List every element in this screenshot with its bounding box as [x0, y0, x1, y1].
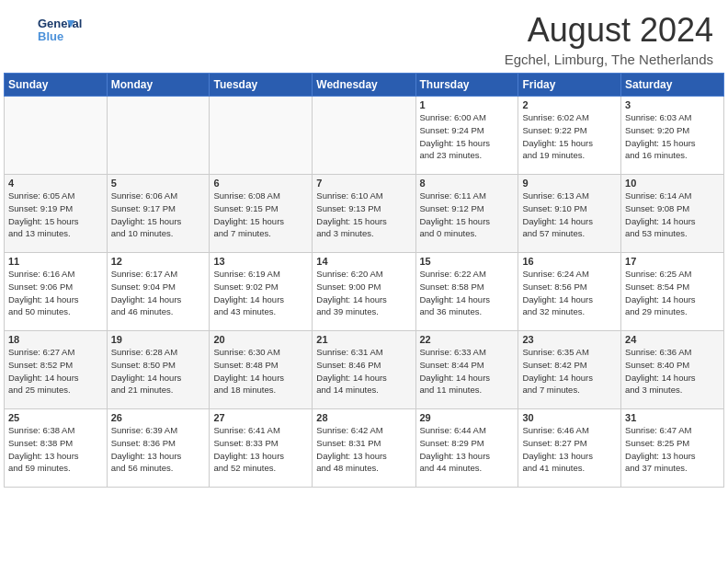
calendar-day: [210, 97, 313, 175]
weekday-header-thursday: Thursday: [415, 74, 518, 97]
day-number: 4: [8, 178, 103, 189]
day-info: Sunrise: 6:02 AM Sunset: 9:22 PM Dayligh…: [522, 111, 617, 162]
calendar-container: SundayMondayTuesdayWednesdayThursdayFrid…: [0, 73, 728, 491]
calendar-day: 25Sunrise: 6:38 AM Sunset: 8:38 PM Dayli…: [5, 409, 108, 488]
day-number: 17: [625, 256, 720, 267]
calendar-day: 10Sunrise: 6:14 AM Sunset: 9:08 PM Dayli…: [621, 175, 724, 253]
calendar-day: 23Sunrise: 6:35 AM Sunset: 8:42 PM Dayli…: [518, 331, 621, 409]
title-block: August 2024 Egchel, Limburg, The Netherl…: [505, 11, 713, 67]
day-number: 13: [213, 256, 308, 267]
day-number: 16: [522, 256, 617, 267]
calendar-day: 11Sunrise: 6:16 AM Sunset: 9:06 PM Dayli…: [5, 253, 108, 331]
day-number: 25: [8, 412, 103, 423]
calendar-day: 13Sunrise: 6:19 AM Sunset: 9:02 PM Dayli…: [210, 253, 313, 331]
weekday-header-sunday: Sunday: [5, 74, 108, 97]
day-info: Sunrise: 6:13 AM Sunset: 9:10 PM Dayligh…: [522, 190, 617, 240]
day-number: 20: [213, 334, 308, 345]
calendar-day: 4Sunrise: 6:05 AM Sunset: 9:19 PM Daylig…: [5, 175, 108, 253]
calendar-day: 28Sunrise: 6:42 AM Sunset: 8:31 PM Dayli…: [313, 409, 415, 488]
day-info: Sunrise: 6:20 AM Sunset: 9:00 PM Dayligh…: [316, 268, 411, 318]
header: General Blue August 2024 Egchel, Limburg…: [0, 0, 728, 73]
day-info: Sunrise: 6:33 AM Sunset: 8:44 PM Dayligh…: [420, 346, 515, 396]
day-info: Sunrise: 6:10 AM Sunset: 9:13 PM Dayligh…: [316, 190, 411, 240]
calendar-day: 2Sunrise: 6:02 AM Sunset: 9:22 PM Daylig…: [518, 97, 621, 175]
calendar-day: 5Sunrise: 6:06 AM Sunset: 9:17 PM Daylig…: [107, 175, 210, 253]
day-info: Sunrise: 6:03 AM Sunset: 9:20 PM Dayligh…: [625, 111, 720, 162]
calendar-day: 9Sunrise: 6:13 AM Sunset: 9:10 PM Daylig…: [518, 175, 621, 253]
day-info: Sunrise: 6:24 AM Sunset: 8:56 PM Dayligh…: [522, 268, 617, 318]
calendar-day: 22Sunrise: 6:33 AM Sunset: 8:44 PM Dayli…: [415, 331, 518, 409]
day-info: Sunrise: 6:30 AM Sunset: 8:48 PM Dayligh…: [213, 346, 308, 396]
day-info: Sunrise: 6:11 AM Sunset: 9:12 PM Dayligh…: [420, 190, 515, 240]
day-number: 24: [625, 334, 720, 345]
day-number: 11: [8, 256, 103, 267]
day-number: 8: [420, 178, 515, 189]
day-info: Sunrise: 6:28 AM Sunset: 8:50 PM Dayligh…: [111, 346, 206, 396]
day-number: 26: [111, 412, 206, 423]
day-number: 21: [316, 334, 411, 345]
calendar-day: 29Sunrise: 6:44 AM Sunset: 8:29 PM Dayli…: [415, 409, 518, 488]
day-number: 18: [8, 334, 103, 345]
day-info: Sunrise: 6:17 AM Sunset: 9:04 PM Dayligh…: [111, 268, 206, 318]
day-number: 7: [316, 178, 411, 189]
day-info: Sunrise: 6:25 AM Sunset: 8:54 PM Dayligh…: [625, 268, 720, 318]
calendar-day: 16Sunrise: 6:24 AM Sunset: 8:56 PM Dayli…: [518, 253, 621, 331]
day-info: Sunrise: 6:08 AM Sunset: 9:15 PM Dayligh…: [213, 190, 308, 240]
day-number: 12: [111, 256, 206, 267]
calendar-day: 3Sunrise: 6:03 AM Sunset: 9:20 PM Daylig…: [621, 97, 724, 175]
day-number: 27: [213, 412, 308, 423]
day-number: 28: [316, 412, 411, 423]
calendar-day: 1Sunrise: 6:00 AM Sunset: 9:24 PM Daylig…: [415, 97, 518, 175]
calendar-day: [107, 97, 210, 175]
svg-text:Blue: Blue: [38, 29, 63, 43]
day-info: Sunrise: 6:31 AM Sunset: 8:46 PM Dayligh…: [316, 346, 411, 396]
calendar-table: SundayMondayTuesdayWednesdayThursdayFrid…: [4, 73, 724, 488]
day-info: Sunrise: 6:35 AM Sunset: 8:42 PM Dayligh…: [522, 346, 617, 396]
day-info: Sunrise: 6:14 AM Sunset: 9:08 PM Dayligh…: [625, 190, 720, 240]
day-info: Sunrise: 6:16 AM Sunset: 9:06 PM Dayligh…: [8, 268, 103, 318]
calendar-day: 12Sunrise: 6:17 AM Sunset: 9:04 PM Dayli…: [107, 253, 210, 331]
calendar-day: 30Sunrise: 6:46 AM Sunset: 8:27 PM Dayli…: [518, 409, 621, 488]
weekday-header-monday: Monday: [107, 74, 210, 97]
day-info: Sunrise: 6:06 AM Sunset: 9:17 PM Dayligh…: [111, 190, 206, 240]
weekday-header-saturday: Saturday: [621, 74, 724, 97]
day-info: Sunrise: 6:39 AM Sunset: 8:36 PM Dayligh…: [111, 424, 206, 475]
day-info: Sunrise: 6:36 AM Sunset: 8:40 PM Dayligh…: [625, 346, 720, 396]
day-info: Sunrise: 6:44 AM Sunset: 8:29 PM Dayligh…: [420, 424, 515, 475]
weekday-header-friday: Friday: [518, 74, 621, 97]
day-info: Sunrise: 6:00 AM Sunset: 9:24 PM Dayligh…: [420, 111, 515, 162]
calendar-day: [5, 97, 108, 175]
day-info: Sunrise: 6:19 AM Sunset: 9:02 PM Dayligh…: [213, 268, 308, 318]
day-info: Sunrise: 6:27 AM Sunset: 8:52 PM Dayligh…: [8, 346, 103, 396]
day-info: Sunrise: 6:41 AM Sunset: 8:33 PM Dayligh…: [213, 424, 308, 475]
calendar-day: 8Sunrise: 6:11 AM Sunset: 9:12 PM Daylig…: [415, 175, 518, 253]
day-number: 15: [420, 256, 515, 267]
calendar-day: 14Sunrise: 6:20 AM Sunset: 9:00 PM Dayli…: [313, 253, 415, 331]
day-number: 10: [625, 178, 720, 189]
day-number: 2: [522, 99, 617, 110]
day-number: 30: [522, 412, 617, 423]
day-number: 23: [522, 334, 617, 345]
calendar-day: 18Sunrise: 6:27 AM Sunset: 8:52 PM Dayli…: [5, 331, 108, 409]
day-info: Sunrise: 6:47 AM Sunset: 8:25 PM Dayligh…: [625, 424, 720, 475]
weekday-header-row: SundayMondayTuesdayWednesdayThursdayFrid…: [5, 74, 724, 97]
location: Egchel, Limburg, The Netherlands: [505, 52, 713, 67]
calendar-day: 24Sunrise: 6:36 AM Sunset: 8:40 PM Dayli…: [621, 331, 724, 409]
calendar-day: 21Sunrise: 6:31 AM Sunset: 8:46 PM Dayli…: [313, 331, 415, 409]
day-info: Sunrise: 6:05 AM Sunset: 9:19 PM Dayligh…: [8, 190, 103, 240]
calendar-day: 27Sunrise: 6:41 AM Sunset: 8:33 PM Dayli…: [210, 409, 313, 488]
calendar-week-5: 25Sunrise: 6:38 AM Sunset: 8:38 PM Dayli…: [5, 409, 724, 488]
day-number: 9: [522, 178, 617, 189]
day-number: 19: [111, 334, 206, 345]
calendar-day: 26Sunrise: 6:39 AM Sunset: 8:36 PM Dayli…: [107, 409, 210, 488]
day-number: 3: [625, 99, 720, 110]
calendar-week-3: 11Sunrise: 6:16 AM Sunset: 9:06 PM Dayli…: [5, 253, 724, 331]
weekday-header-wednesday: Wednesday: [313, 74, 415, 97]
weekday-header-tuesday: Tuesday: [210, 74, 313, 97]
day-number: 5: [111, 178, 206, 189]
logo: General Blue: [15, 11, 97, 48]
calendar-day: 15Sunrise: 6:22 AM Sunset: 8:58 PM Dayli…: [415, 253, 518, 331]
day-info: Sunrise: 6:42 AM Sunset: 8:31 PM Dayligh…: [316, 424, 411, 475]
day-number: 31: [625, 412, 720, 423]
calendar-day: 20Sunrise: 6:30 AM Sunset: 8:48 PM Dayli…: [210, 331, 313, 409]
